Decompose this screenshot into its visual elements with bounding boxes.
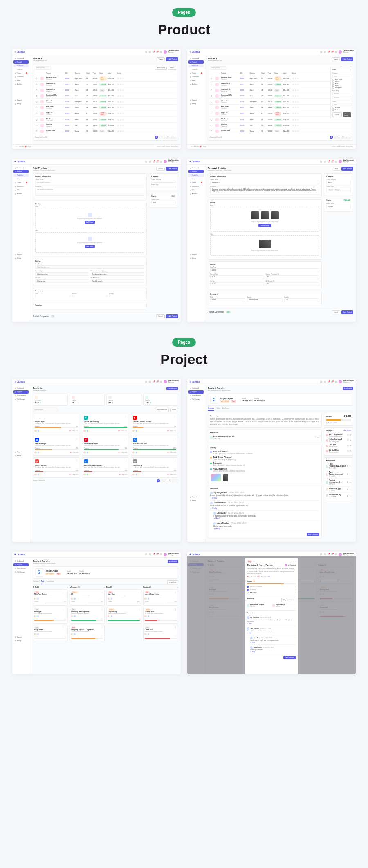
checkbox[interactable] <box>36 95 37 97</box>
download-icon[interactable]: ⬇ <box>347 473 348 475</box>
nav-customers[interactable]: Customers <box>13 75 29 78</box>
checkbox[interactable] <box>36 107 37 108</box>
nav-product-list[interactable]: Product List <box>13 64 29 67</box>
more-icon[interactable]: ⋮ <box>76 416 78 421</box>
modal-overlay[interactable]: High#1⛶× Register & Login DesignJay Harg… <box>187 556 356 674</box>
message-icon[interactable] <box>156 51 158 53</box>
table-row[interactable]: Nike Shoes3 Variants301600Shoes347$400.0… <box>35 117 176 123</box>
checkbox[interactable] <box>211 113 212 114</box>
reply-link[interactable]: ↳ Reply <box>250 651 296 653</box>
more-icon[interactable]: ⋮ <box>125 459 127 464</box>
row-actions[interactable] <box>117 130 126 132</box>
checkbox[interactable] <box>211 78 212 79</box>
nav-orders[interactable]: Orders <box>13 72 29 75</box>
project-card[interactable]: G⋮Project AlphaLorem ipsum dolor sit ame… <box>33 414 80 434</box>
row-actions[interactable] <box>292 113 301 114</box>
nav-product[interactable]: Product <box>13 60 29 64</box>
reply-link[interactable]: ↳ Reply <box>247 623 296 624</box>
row-actions[interactable] <box>117 125 126 126</box>
bell-icon[interactable] <box>153 51 155 53</box>
table-row[interactable]: Lego Car2 Variants301555Toys299$812.00Pu… <box>210 123 351 128</box>
export-button[interactable]: Export <box>157 57 165 61</box>
brand-logo[interactable]: Dashlab <box>14 51 25 54</box>
more-icon[interactable]: ⋮ <box>76 459 78 464</box>
nav-support[interactable]: Support <box>13 98 29 102</box>
kanban-card[interactable]: Low⋮Blog ContentLorem ipsum dolor sit am… <box>33 625 68 642</box>
more-icon[interactable]: ⋮ <box>125 438 127 443</box>
kanban-card[interactable]: Medium⋮Copy WritingLorem ipsum dolor sit… <box>106 607 141 624</box>
add-card-icon[interactable]: + <box>67 586 68 588</box>
checkbox[interactable] <box>211 130 212 132</box>
reply-link[interactable]: ↳ Reply <box>247 632 296 634</box>
phone-icon[interactable]: ✆ <box>347 445 349 447</box>
min-price-input[interactable]: Minimum <box>332 92 351 95</box>
row-actions[interactable] <box>292 107 301 108</box>
expand-icon[interactable]: ⛶ <box>293 561 294 562</box>
phone-icon[interactable]: ✆ <box>347 450 349 452</box>
phone-icon[interactable]: ✆ <box>347 434 349 436</box>
kanban-card[interactable]: Low⋮PrototypeLorem ipsum dolor sit amet … <box>33 607 68 624</box>
add-card-icon[interactable]: + <box>141 586 141 588</box>
kanban-card[interactable]: High⋮User FlowLorem ipsum dolor sit amet… <box>106 589 141 606</box>
add-product-button[interactable]: + Add Product <box>166 57 178 61</box>
mail-icon[interactable]: ✉ <box>350 434 351 436</box>
row-actions[interactable] <box>117 119 126 121</box>
reply-link[interactable]: ↳ Reply <box>250 642 296 643</box>
edit-project-button[interactable]: Edit Project <box>343 387 353 390</box>
project-card[interactable]: f⋮Social Media CampaignLorem ipsum dolor… <box>82 457 129 478</box>
row-actions[interactable] <box>292 125 301 126</box>
add-card-icon[interactable]: + <box>177 586 178 588</box>
download-icon[interactable]: ⬇ <box>347 481 348 483</box>
grid-icon[interactable] <box>160 51 162 53</box>
table-row[interactable]: Lego Car2 Variants301555Toys299$812.00Pu… <box>35 123 176 128</box>
filter-button[interactable]: Filters <box>168 66 176 70</box>
table-row[interactable]: Handmade Pouch3 Variants302012Bag & Pouc… <box>35 75 176 82</box>
row-actions[interactable] <box>292 130 301 132</box>
close-icon[interactable]: × <box>350 69 351 71</box>
project-card[interactable]: ▶⋮Official Content PartnerLorem ipsum do… <box>131 414 178 434</box>
kanban-card[interactable]: Medium⋮UXLorem ipsum dolor sit amet cons… <box>70 589 105 606</box>
row-actions[interactable] <box>117 113 126 114</box>
add-project-button[interactable]: + Add Project <box>166 387 178 390</box>
project-card[interactable]: P⋮Promotion PartnerLorem ipsum dolor sit… <box>82 436 129 456</box>
project-card[interactable]: C⋮Internal CMS ToolLorem ipsum dolor sit… <box>131 436 178 456</box>
product-name-input[interactable]: Type product name here... <box>35 181 144 184</box>
mail-icon[interactable]: ✉ <box>350 450 351 452</box>
search-icon[interactable] <box>145 51 147 53</box>
reply-link[interactable]: ↳ Reply <box>210 497 319 499</box>
calendar-icon[interactable] <box>149 51 151 53</box>
download-icon[interactable]: ⬇ <box>347 489 348 491</box>
row-actions[interactable] <box>117 101 126 103</box>
nav-setting[interactable]: Setting <box>13 102 29 105</box>
user-menu[interactable]: Jay HargudsonManager <box>168 50 179 54</box>
row-actions[interactable] <box>117 107 126 108</box>
row-actions[interactable] <box>292 95 301 97</box>
project-card[interactable]: R⋮RebrandingLorem ipsum dolor sit amet c… <box>131 457 178 478</box>
row-actions[interactable] <box>117 89 126 91</box>
row-actions[interactable] <box>117 78 126 79</box>
add-task-button[interactable]: + Add Task <box>167 580 178 584</box>
row-actions[interactable] <box>292 89 301 91</box>
row-actions[interactable] <box>117 95 126 97</box>
table-row[interactable]: Iphone X4 Variants301900Smartphone120$60… <box>35 99 176 105</box>
tab-attachment[interactable]: Attachment <box>222 407 229 411</box>
checkbox[interactable] <box>36 84 37 85</box>
tab-task[interactable]: Task <box>217 407 220 411</box>
checkbox[interactable] <box>211 89 212 91</box>
photo-dropzone[interactable]: Drag and drop image here, or click add i… <box>35 208 144 228</box>
table-row[interactable]: Headphone G1 Pro1 Variant301901Audio401$… <box>35 93 176 99</box>
video-dropzone[interactable]: Drag and drop image here, or click add i… <box>35 232 144 253</box>
checkbox[interactable] <box>36 89 37 91</box>
row-actions[interactable] <box>292 84 301 85</box>
tab-overview[interactable]: Overview <box>208 407 214 411</box>
phone-icon[interactable]: ✆ <box>347 439 349 441</box>
checkbox[interactable] <box>211 84 212 85</box>
table-row[interactable]: Skincare Alia 11 Variant301002Beauty38$1… <box>35 128 176 134</box>
post-comment-button[interactable]: Post Comment <box>307 533 319 536</box>
checkbox[interactable] <box>211 95 212 97</box>
row-actions[interactable] <box>292 78 301 79</box>
add-member-button[interactable]: + Add Member <box>343 430 351 432</box>
checkbox[interactable] <box>36 130 37 132</box>
reply-link[interactable]: ↳ Reply <box>213 528 319 530</box>
nav-analytics[interactable]: Analytics <box>13 83 29 86</box>
